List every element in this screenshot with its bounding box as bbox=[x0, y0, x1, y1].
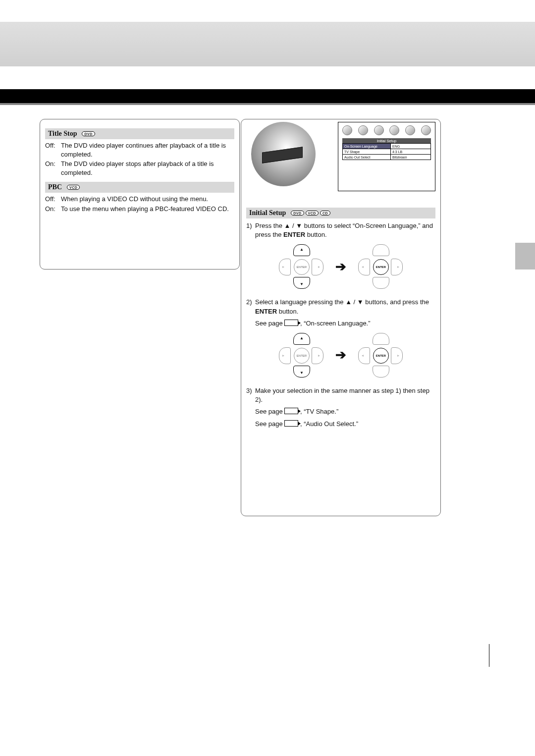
osd-menu-screenshot: Initial Setup On-Screen LanguageENG TV S… bbox=[338, 122, 435, 191]
osd-icon bbox=[389, 125, 399, 135]
osd-icon bbox=[358, 125, 368, 135]
osd-row-label: On-Screen Language bbox=[343, 144, 391, 149]
header-black-bar bbox=[0, 89, 535, 103]
left-column: Title Stop DVD Off:The DVD video player … bbox=[40, 119, 240, 270]
osd-icon bbox=[405, 125, 415, 135]
osd-row-label: TV Shape bbox=[343, 149, 391, 154]
step2-text: 2)Select a language pressing the ▲ / ▼ b… bbox=[246, 298, 435, 316]
dpad-row-1: ENTER ➔ ENTER bbox=[246, 244, 435, 289]
title-stop-on: The DVD video player stops after playbac… bbox=[61, 160, 234, 177]
player-illustration bbox=[251, 122, 316, 186]
step2-ref: See page , On-screen Language. bbox=[246, 319, 435, 328]
title-stop-label: Title Stop bbox=[48, 130, 77, 138]
cd-badge-icon: CD bbox=[320, 211, 330, 216]
vcd-badge-icon: VCD bbox=[67, 185, 80, 190]
osd-row-value: ENG bbox=[391, 144, 430, 149]
step3-text: 3)Make your selection in the same manner… bbox=[246, 386, 435, 404]
pbc-desc: Off:When playing a VIDEO CD without usin… bbox=[45, 195, 234, 213]
dpad-enter: ENTER bbox=[358, 244, 403, 289]
title-stop-desc: Off:The DVD video player continues after… bbox=[45, 141, 234, 177]
dpad-select: ENTER bbox=[279, 333, 323, 378]
page-ref-icon bbox=[284, 320, 298, 326]
initial-setup-header: Initial Setup DVD VCD CD bbox=[246, 208, 435, 218]
osd-icon bbox=[374, 125, 384, 135]
dpad-enter: ENTER bbox=[358, 333, 403, 378]
arrow-right-icon: ➔ bbox=[335, 259, 346, 274]
osd-row-label: Audio Out Select bbox=[343, 155, 391, 160]
step3-ref2: See page , Audio Out Select. bbox=[246, 420, 435, 429]
pbc-header: PBC VCD bbox=[45, 182, 234, 193]
dvd-badge-icon: DVD bbox=[291, 211, 304, 216]
osd-row-value: 4:3 LB bbox=[391, 149, 430, 154]
osd-icon bbox=[421, 125, 431, 135]
osd-icon bbox=[342, 125, 352, 135]
vcd-badge-icon: VCD bbox=[306, 211, 319, 216]
right-column: Initial Setup On-Screen LanguageENG TV S… bbox=[241, 119, 441, 516]
dpad-select: ENTER bbox=[279, 244, 323, 289]
dpad-row-2: ENTER ➔ ENTER bbox=[246, 333, 435, 378]
initial-setup-label: Initial Setup bbox=[249, 209, 286, 217]
arrow-right-icon: ➔ bbox=[335, 347, 346, 363]
header-grey-bar bbox=[0, 22, 535, 66]
osd-icon-row bbox=[338, 122, 435, 138]
page-footer-mark bbox=[489, 644, 489, 667]
step3-ref1: See page , TV Shape. bbox=[246, 407, 435, 416]
osd-row-value: Bitstream bbox=[391, 155, 430, 160]
pbc-on: To use the menu when playing a PBC-featu… bbox=[61, 205, 234, 214]
page-ref-icon bbox=[284, 420, 298, 427]
title-stop-header: Title Stop DVD bbox=[45, 128, 234, 139]
pbc-off: When playing a VIDEO CD without using th… bbox=[61, 195, 234, 204]
dvd-badge-icon: DVD bbox=[82, 131, 95, 136]
side-tab bbox=[515, 243, 535, 270]
step1-text: 1)Press the ▲ / ▼ buttons to select On-S… bbox=[246, 221, 435, 239]
title-stop-off: The DVD video player continues after pla… bbox=[61, 141, 234, 159]
page-ref-icon bbox=[284, 408, 298, 414]
pbc-label: PBC bbox=[48, 183, 62, 191]
